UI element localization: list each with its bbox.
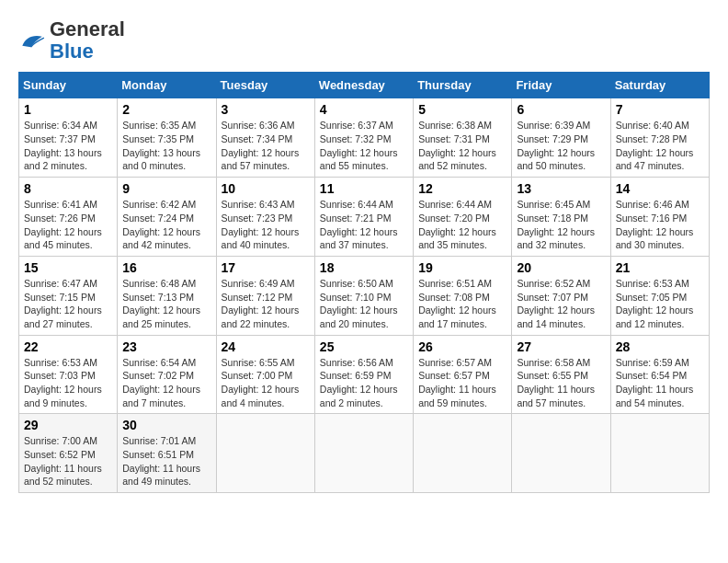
day-info: Sunrise: 6:35 AM Sunset: 7:35 PM Dayligh… — [122, 119, 210, 173]
day-number: 9 — [122, 181, 210, 196]
day-of-week-header: Friday — [512, 73, 610, 98]
days-of-week-row: SundayMondayTuesdayWednesdayThursdayFrid… — [19, 73, 710, 98]
calendar-day-cell: 19 Sunrise: 6:51 AM Sunset: 7:08 PM Dayl… — [414, 256, 512, 335]
day-number: 28 — [616, 339, 704, 354]
sunrise-text: Sunrise: 7:01 AM — [122, 434, 210, 448]
day-number: 5 — [418, 102, 506, 117]
daylight-text: Daylight: 12 hours and 35 minutes. — [418, 225, 506, 252]
calendar-day-cell — [314, 414, 413, 493]
day-info: Sunrise: 6:44 AM Sunset: 7:21 PM Dayligh… — [320, 198, 408, 252]
day-number: 15 — [24, 260, 112, 275]
calendar-day-cell — [414, 414, 512, 493]
daylight-text: Daylight: 12 hours and 25 minutes. — [122, 304, 210, 330]
day-number: 20 — [517, 260, 605, 275]
calendar-day-cell: 1 Sunrise: 6:34 AM Sunset: 7:37 PM Dayli… — [19, 98, 118, 178]
sunrise-text: Sunrise: 6:48 AM — [122, 277, 210, 291]
sunrise-text: Sunrise: 6:39 AM — [517, 119, 605, 132]
daylight-text: Daylight: 12 hours and 9 minutes. — [24, 383, 112, 409]
day-number: 2 — [122, 102, 210, 117]
logo-bird-icon — [18, 31, 46, 50]
sunrise-text: Sunrise: 6:55 AM — [222, 356, 310, 370]
day-info: Sunrise: 6:43 AM Sunset: 7:23 PM Dayligh… — [222, 198, 310, 252]
sunrise-text: Sunrise: 6:38 AM — [418, 119, 506, 132]
calendar-day-cell: 4 Sunrise: 6:37 AM Sunset: 7:32 PM Dayli… — [314, 98, 413, 178]
calendar-week-row: 29 Sunrise: 7:00 AM Sunset: 6:52 PM Dayl… — [19, 414, 710, 493]
daylight-text: Daylight: 12 hours and 42 minutes. — [122, 225, 210, 252]
calendar-day-cell — [512, 414, 610, 493]
day-info: Sunrise: 6:47 AM Sunset: 7:15 PM Dayligh… — [24, 277, 112, 331]
sunset-text: Sunset: 7:21 PM — [320, 212, 408, 225]
sunset-text: Sunset: 7:32 PM — [320, 132, 408, 146]
sunset-text: Sunset: 6:57 PM — [418, 369, 506, 383]
sunset-text: Sunset: 7:08 PM — [418, 291, 506, 304]
day-info: Sunrise: 6:53 AM Sunset: 7:05 PM Dayligh… — [616, 277, 704, 331]
daylight-text: Daylight: 12 hours and 45 minutes. — [24, 225, 112, 252]
daylight-text: Daylight: 12 hours and 57 minutes. — [222, 146, 310, 173]
sunset-text: Sunset: 6:52 PM — [24, 448, 112, 462]
calendar-day-cell: 15 Sunrise: 6:47 AM Sunset: 7:15 PM Dayl… — [19, 256, 118, 335]
day-info: Sunrise: 6:55 AM Sunset: 7:00 PM Dayligh… — [222, 356, 310, 410]
calendar-day-cell: 21 Sunrise: 6:53 AM Sunset: 7:05 PM Dayl… — [610, 256, 709, 335]
sunset-text: Sunset: 7:31 PM — [418, 132, 506, 146]
day-info: Sunrise: 6:44 AM Sunset: 7:20 PM Dayligh… — [418, 198, 506, 252]
calendar-day-cell: 12 Sunrise: 6:44 AM Sunset: 7:20 PM Dayl… — [414, 178, 512, 257]
sunrise-text: Sunrise: 6:46 AM — [616, 198, 704, 212]
sunrise-text: Sunrise: 6:59 AM — [616, 356, 704, 370]
calendar-header: SundayMondayTuesdayWednesdayThursdayFrid… — [19, 73, 710, 98]
calendar-day-cell — [216, 414, 314, 493]
day-number: 24 — [222, 339, 310, 354]
sunset-text: Sunset: 7:02 PM — [122, 369, 210, 383]
daylight-text: Daylight: 12 hours and 47 minutes. — [616, 146, 704, 173]
sunrise-text: Sunrise: 6:45 AM — [517, 198, 605, 212]
day-number: 3 — [222, 102, 310, 117]
day-number: 13 — [517, 181, 605, 196]
day-info: Sunrise: 6:53 AM Sunset: 7:03 PM Dayligh… — [24, 356, 112, 410]
day-number: 29 — [24, 418, 112, 432]
day-info: Sunrise: 6:52 AM Sunset: 7:07 PM Dayligh… — [517, 277, 605, 331]
day-number: 11 — [320, 181, 408, 196]
day-info: Sunrise: 6:49 AM Sunset: 7:12 PM Dayligh… — [222, 277, 310, 331]
sunset-text: Sunset: 7:37 PM — [24, 132, 112, 146]
sunset-text: Sunset: 7:15 PM — [24, 291, 112, 304]
calendar-day-cell: 27 Sunrise: 6:58 AM Sunset: 6:55 PM Dayl… — [512, 335, 610, 414]
day-number: 14 — [616, 181, 704, 196]
day-number: 8 — [24, 181, 112, 196]
day-info: Sunrise: 6:38 AM Sunset: 7:31 PM Dayligh… — [418, 119, 506, 173]
sunset-text: Sunset: 7:24 PM — [122, 212, 210, 225]
daylight-text: Daylight: 11 hours and 59 minutes. — [418, 383, 506, 409]
calendar-day-cell: 18 Sunrise: 6:50 AM Sunset: 7:10 PM Dayl… — [314, 256, 413, 335]
sunrise-text: Sunrise: 6:40 AM — [616, 119, 704, 132]
sunrise-text: Sunrise: 7:00 AM — [24, 434, 112, 448]
day-info: Sunrise: 6:40 AM Sunset: 7:28 PM Dayligh… — [616, 119, 704, 173]
day-number: 27 — [517, 339, 605, 354]
sunset-text: Sunset: 7:00 PM — [222, 369, 310, 383]
day-info: Sunrise: 6:56 AM Sunset: 6:59 PM Dayligh… — [320, 356, 408, 410]
day-info: Sunrise: 7:01 AM Sunset: 6:51 PM Dayligh… — [122, 434, 210, 488]
sunset-text: Sunset: 7:05 PM — [616, 291, 704, 304]
day-number: 23 — [122, 339, 210, 354]
sunrise-text: Sunrise: 6:44 AM — [418, 198, 506, 212]
sunset-text: Sunset: 7:13 PM — [122, 291, 210, 304]
daylight-text: Daylight: 12 hours and 7 minutes. — [122, 383, 210, 409]
day-number: 21 — [616, 260, 704, 275]
sunset-text: Sunset: 7:35 PM — [122, 132, 210, 146]
sunset-text: Sunset: 7:07 PM — [517, 291, 605, 304]
day-info: Sunrise: 6:59 AM Sunset: 6:54 PM Dayligh… — [616, 356, 704, 410]
daylight-text: Daylight: 12 hours and 52 minutes. — [418, 146, 506, 173]
daylight-text: Daylight: 12 hours and 4 minutes. — [222, 383, 310, 409]
sunrise-text: Sunrise: 6:42 AM — [122, 198, 210, 212]
calendar-day-cell: 22 Sunrise: 6:53 AM Sunset: 7:03 PM Dayl… — [19, 335, 118, 414]
calendar-day-cell: 17 Sunrise: 6:49 AM Sunset: 7:12 PM Dayl… — [216, 256, 314, 335]
sunrise-text: Sunrise: 6:41 AM — [24, 198, 112, 212]
calendar-day-cell: 24 Sunrise: 6:55 AM Sunset: 7:00 PM Dayl… — [216, 335, 314, 414]
calendar-day-cell: 13 Sunrise: 6:45 AM Sunset: 7:18 PM Dayl… — [512, 178, 610, 257]
calendar-day-cell: 9 Sunrise: 6:42 AM Sunset: 7:24 PM Dayli… — [118, 178, 216, 257]
daylight-text: Daylight: 12 hours and 12 minutes. — [616, 304, 704, 330]
sunset-text: Sunset: 6:54 PM — [616, 369, 704, 383]
day-info: Sunrise: 6:50 AM Sunset: 7:10 PM Dayligh… — [320, 277, 408, 331]
sunset-text: Sunset: 7:10 PM — [320, 291, 408, 304]
daylight-text: Daylight: 12 hours and 50 minutes. — [517, 146, 605, 173]
calendar-day-cell — [610, 414, 709, 493]
sunrise-text: Sunrise: 6:36 AM — [222, 119, 310, 132]
daylight-text: Daylight: 12 hours and 22 minutes. — [222, 304, 310, 330]
